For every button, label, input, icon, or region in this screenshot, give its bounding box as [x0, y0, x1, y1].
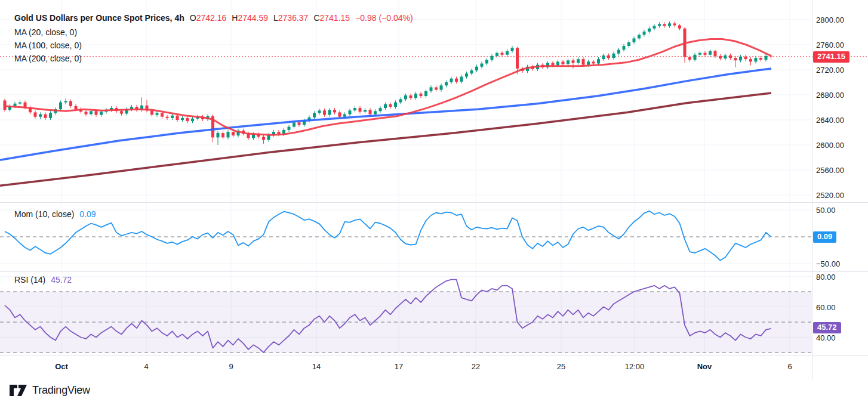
time-tick-label: 17 — [395, 362, 403, 371]
change-value: −0.98 (−0.04%) — [355, 13, 413, 23]
price-tick-label: 2720.00 — [816, 66, 844, 75]
momentum-tick-label: −50.00 — [816, 259, 840, 268]
trading-chart: Gold US Dollars per Ounce Spot Prices, 4… — [0, 0, 868, 405]
ma100-legend[interactable]: MA (100, close, 0) — [14, 41, 82, 50]
momentum-label: Mom (10, close) — [14, 209, 74, 219]
time-tick-label: 9 — [229, 362, 233, 371]
time-tick-label: Oct — [55, 362, 68, 371]
low-label: L — [273, 13, 278, 23]
rsi-tick-label: 40.00 — [816, 333, 836, 342]
time-tick-label: 25 — [557, 362, 565, 371]
time-axis[interactable] — [0, 355, 812, 380]
time-tick-label: 4 — [144, 362, 148, 371]
high-value: 2744.59 — [238, 13, 268, 23]
ma200-legend[interactable]: MA (200, close, 0) — [14, 54, 82, 63]
close-label: C — [313, 13, 319, 23]
price-tick-label: 2760.00 — [816, 41, 844, 50]
time-tick-label: 12:00 — [625, 362, 645, 371]
rsi-pane[interactable] — [0, 272, 812, 355]
momentum-value-badge: 0.09 — [813, 231, 836, 243]
rsi-value-badge: 45.72 — [813, 322, 841, 333]
rsi-tick-label: 60.00 — [816, 303, 836, 312]
momentum-legend[interactable]: Mom (10, close)0.09 — [14, 209, 96, 219]
time-tick-label: 6 — [787, 362, 792, 371]
rsi-label: RSI (14) — [14, 275, 45, 285]
tradingview-brand-text: TradingView — [32, 384, 90, 397]
rsi-value: 45.72 — [51, 275, 72, 285]
open-label: O — [190, 13, 196, 23]
price-tick-label: 2520.00 — [816, 191, 844, 200]
open-value: 2742.16 — [196, 13, 227, 23]
price-tick-label: 2680.00 — [816, 91, 844, 100]
rsi-tick-label: 80.00 — [816, 273, 836, 282]
ma20-label: MA (20, close, 0) — [14, 27, 77, 37]
tradingview-logo-icon — [10, 384, 27, 397]
time-tick-label: 14 — [312, 362, 321, 371]
tradingview-attribution[interactable]: TradingView — [10, 384, 90, 397]
momentum-value: 0.09 — [79, 209, 96, 219]
rsi-legend[interactable]: RSI (14)45.72 — [14, 275, 72, 285]
symbol-title: Gold US Dollars per Ounce Spot Prices, 4… — [14, 13, 184, 23]
time-tick-label: 22 — [472, 362, 480, 371]
time-tick-label: Nov — [697, 362, 712, 371]
momentum-tick-label: 50.00 — [816, 206, 836, 215]
last-price-badge: 2741.15 — [813, 51, 849, 63]
low-value: 2736.37 — [278, 13, 309, 23]
price-tick-label: 2600.00 — [816, 141, 844, 150]
high-label: H — [232, 13, 238, 23]
ma100-label: MA (100, close, 0) — [14, 41, 82, 50]
main-price-pane[interactable] — [0, 0, 812, 202]
ma20-legend[interactable]: MA (20, close, 0) — [14, 27, 77, 37]
price-tick-label: 2640.00 — [816, 116, 844, 125]
price-tick-label: 2800.00 — [816, 16, 844, 24]
momentum-pane[interactable] — [0, 203, 812, 271]
chart-canvas[interactable] — [0, 0, 868, 405]
close-value: 2741.15 — [320, 13, 350, 23]
ma200-label: MA (200, close, 0) — [14, 54, 82, 63]
price-tick-label: 2560.00 — [816, 166, 844, 175]
symbol-legend[interactable]: Gold US Dollars per Ounce Spot Prices, 4… — [14, 13, 413, 23]
